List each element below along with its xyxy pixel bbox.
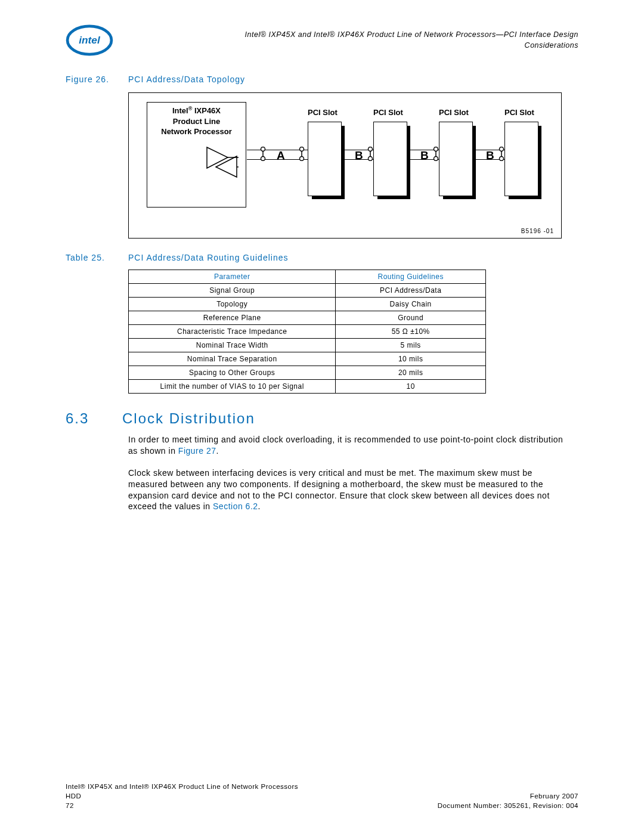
pci-slot-label-1: PCI Slot (308, 108, 338, 117)
pci-slot-label-4: PCI Slot (504, 108, 534, 117)
figure-27-link[interactable]: Figure 27 (178, 446, 216, 456)
svg-text:intel: intel (79, 34, 101, 46)
figure-reference: B5196 -01 (521, 228, 554, 234)
svg-point-7 (261, 147, 265, 151)
svg-point-17 (434, 157, 438, 161)
via-icon (299, 147, 305, 161)
segment-a-label: A (277, 149, 285, 162)
pci-slot-label-2: PCI Slot (373, 108, 403, 117)
figure-26-caption: Figure 26.PCI Address/Data Topology (66, 75, 578, 84)
svg-point-8 (261, 157, 265, 161)
intel-logo-icon: intel (66, 24, 113, 57)
svg-point-13 (369, 147, 373, 151)
table-row: Characteristic Trace Impedance55 Ω ±10% (129, 325, 486, 339)
table-row: Limit the number of VIAS to 10 per Signa… (129, 380, 486, 394)
svg-point-19 (500, 147, 504, 151)
svg-point-16 (434, 147, 438, 151)
buffer-icon (204, 144, 240, 180)
pci-slot-1 (308, 122, 345, 199)
table-25-caption: Table 25.PCI Address/Data Routing Guidel… (66, 253, 578, 262)
svg-point-14 (369, 157, 373, 161)
page-header: intel Intel® IXP45X and Intel® IXP46X Pr… (66, 24, 578, 57)
table-header-guidelines: Routing Guidelines (336, 270, 486, 284)
section-6-3-para-2: Clock skew between interfacing devices i… (128, 467, 564, 513)
pci-slot-3 (439, 122, 476, 199)
via-icon (367, 147, 373, 161)
network-processor-box: Intel® IXP46X Product Line Network Proce… (147, 102, 246, 208)
svg-point-20 (500, 157, 504, 161)
svg-point-10 (300, 147, 304, 151)
table-row: Signal GroupPCI Address/Data (129, 284, 486, 298)
via-icon (499, 147, 504, 161)
pci-slot-label-3: PCI Slot (439, 108, 469, 117)
via-icon (433, 147, 439, 161)
figure-26: Intel® IXP46X Product Line Network Proce… (128, 92, 562, 239)
section-6-2-link[interactable]: Section 6.2 (213, 501, 258, 511)
page-footer: Intel® IXP45X and Intel® IXP46X Product … (66, 782, 578, 810)
table-row: Spacing to Other Groups20 mils (129, 366, 486, 380)
segment-b-label-3: B (486, 149, 494, 162)
pci-slot-2 (373, 122, 410, 199)
routing-guidelines-table: Parameter Routing Guidelines Signal Grou… (128, 270, 486, 394)
svg-point-11 (300, 157, 304, 161)
via-icon (260, 147, 266, 161)
table-row: TopologyDaisy Chain (129, 298, 486, 311)
section-6-3-heading: 6.3Clock Distribution (66, 410, 578, 427)
segment-b-label-2: B (420, 149, 429, 162)
table-header-parameter: Parameter (129, 270, 336, 284)
segment-b-label-1: B (355, 149, 363, 162)
table-row: Nominal Trace Width5 mils (129, 339, 486, 352)
table-row: Nominal Trace Separation10 mils (129, 352, 486, 366)
header-title: Intel® IXP45X and Intel® IXP46X Product … (131, 30, 578, 51)
section-6-3-para-1: In order to meet timing and avoid clock … (128, 434, 564, 457)
pci-slot-4 (504, 122, 541, 199)
table-row: Reference PlaneGround (129, 311, 486, 325)
